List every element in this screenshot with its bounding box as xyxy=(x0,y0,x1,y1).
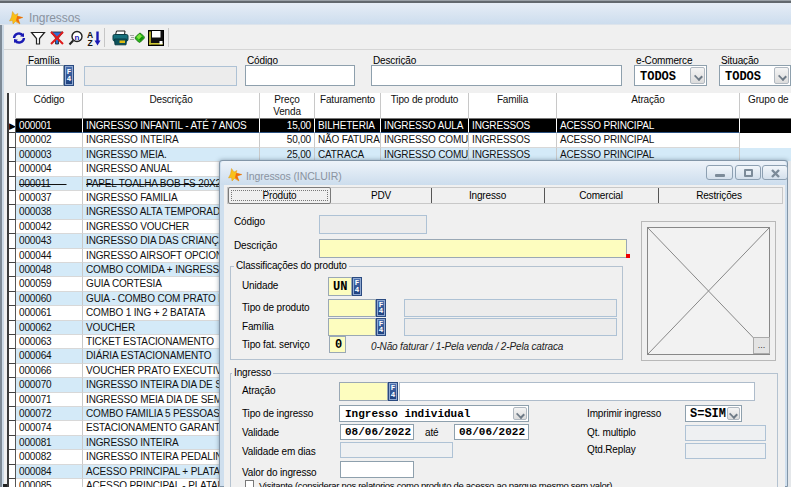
svg-text:Z: Z xyxy=(87,38,92,47)
svg-text:n: n xyxy=(75,33,80,42)
